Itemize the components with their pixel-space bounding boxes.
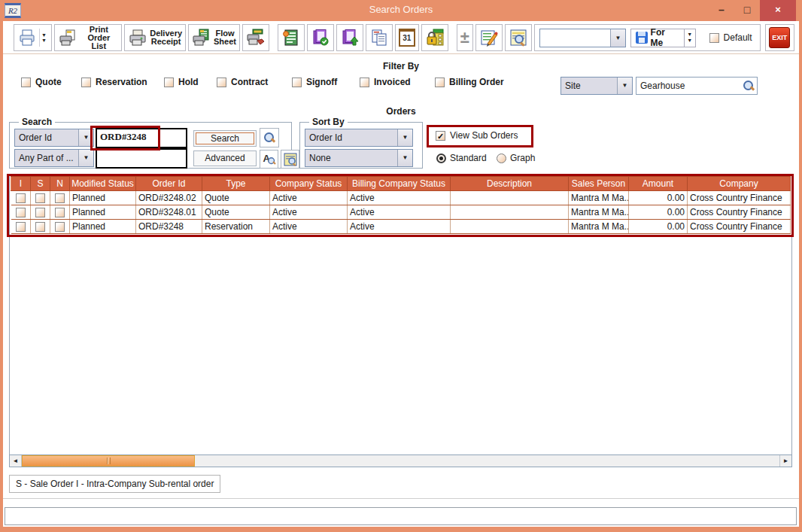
row2-n-cell[interactable] — [50, 205, 70, 220]
search-value2-input[interactable] — [96, 148, 187, 169]
for-me-spinner[interactable]: ▼ ▼ — [685, 29, 696, 47]
sort-combo-1[interactable]: Order Id ▼ — [305, 129, 413, 147]
standard-radio[interactable] — [436, 154, 446, 163]
col-sales-person[interactable]: Sales Person — [569, 177, 629, 191]
search-field2-combo-arrow-icon[interactable]: ▼ — [78, 150, 93, 166]
table-row[interactable]: Planned ORD#3248 Reservation Active Acti… — [11, 220, 791, 234]
order-upload-button[interactable] — [336, 24, 363, 51]
row3-i-cell[interactable] — [11, 220, 31, 234]
row3-s-cell[interactable] — [31, 220, 50, 234]
table-row[interactable]: Planned ORD#3248.02 Quote Active Active … — [11, 191, 791, 205]
filter-signoff[interactable]: Signoff — [292, 77, 337, 87]
spinner-up-icon[interactable]: ▼ — [687, 32, 692, 38]
scroll-left-arrow-icon[interactable]: ◄ — [10, 455, 22, 467]
col-billing-company-status[interactable]: Billing Company Status — [348, 177, 451, 191]
filter-hold[interactable]: Hold — [164, 77, 199, 87]
contract-checkbox[interactable] — [217, 78, 226, 87]
col-order-id[interactable]: Order Id — [136, 177, 202, 191]
site-search-field[interactable]: Gearhouse — [636, 77, 758, 95]
view-sub-orders[interactable]: ✓ View Sub Orders — [436, 130, 518, 141]
exit-button[interactable]: EXIT — [769, 27, 790, 48]
spinner-down-icon[interactable]: ▼ — [687, 38, 692, 44]
default-checkbox-box[interactable] — [709, 33, 719, 43]
filter-reservation[interactable]: Reservation — [81, 77, 147, 87]
flow-sheet-button[interactable]: FlowSheet — [188, 24, 240, 51]
scroll-right-arrow-icon[interactable]: ► — [779, 455, 791, 467]
search-value-input[interactable]: ORD#3248 — [96, 128, 187, 148]
advanced-button[interactable]: Advanced — [193, 150, 257, 166]
col-type[interactable]: Type — [202, 177, 270, 191]
search-field1-combo-arrow-icon[interactable]: ▼ — [78, 129, 93, 146]
delivery-receipt-button[interactable]: DeliveryReceipt — [124, 24, 186, 51]
row1-n-checkbox[interactable] — [55, 193, 65, 203]
advanced-find-button[interactable]: A — [260, 150, 278, 169]
filter-billing-order[interactable]: Billing Order — [435, 77, 504, 87]
calendar-button[interactable]: 31 — [395, 24, 419, 51]
graph-radio-item[interactable]: Graph — [497, 153, 535, 163]
sort-combo-1-arrow-icon[interactable]: ▼ — [397, 129, 412, 146]
search-report-button[interactable] — [281, 150, 299, 169]
row3-n-checkbox[interactable] — [55, 222, 65, 232]
row1-s-cell[interactable] — [31, 191, 50, 205]
row3-i-checkbox[interactable] — [16, 222, 26, 232]
col-modified-status[interactable]: Modified Status — [70, 177, 136, 191]
profile-combo-arrow-icon[interactable]: ▼ — [610, 29, 625, 47]
col-company[interactable]: Company — [688, 177, 791, 191]
sort-combo-2-arrow-icon[interactable]: ▼ — [397, 150, 412, 166]
col-n[interactable]: N — [50, 177, 70, 191]
row1-n-cell[interactable] — [50, 191, 70, 205]
print-split-arrows-icon[interactable]: ▼▼ — [39, 29, 48, 47]
hold-checkbox[interactable] — [164, 78, 174, 87]
row2-n-checkbox[interactable] — [55, 208, 65, 217]
row3-s-checkbox[interactable] — [35, 222, 45, 232]
row2-i-cell[interactable] — [11, 205, 31, 220]
graph-radio[interactable] — [497, 154, 506, 163]
search-field1-combo[interactable]: Order Id ▼ — [14, 129, 94, 147]
default-checkbox[interactable]: Default — [709, 32, 752, 43]
col-s[interactable]: S — [31, 177, 50, 191]
site-combo[interactable]: Site ▼ — [560, 77, 633, 95]
new-order-button[interactable] — [278, 24, 305, 51]
filter-quote[interactable]: Quote — [21, 77, 62, 87]
col-i[interactable]: I — [11, 177, 31, 191]
site-combo-arrow-icon[interactable]: ▼ — [617, 78, 632, 94]
search-magnifier-button[interactable] — [260, 128, 279, 147]
view-sub-orders-checkbox[interactable]: ✓ — [436, 131, 445, 141]
invoiced-checkbox[interactable] — [360, 78, 369, 87]
adjust-button[interactable]: ± — [457, 24, 473, 51]
row1-i-cell[interactable] — [11, 191, 31, 205]
row1-i-checkbox[interactable] — [16, 193, 26, 203]
col-amount[interactable]: Amount — [629, 177, 688, 191]
edit-order-button[interactable] — [475, 24, 503, 51]
print-order-list-button[interactable]: PrintOrder List — [54, 24, 122, 51]
order-confirm-button[interactable] — [307, 24, 334, 51]
search-field2-combo[interactable]: Any Part of ... ▼ — [14, 149, 94, 167]
filter-contract[interactable]: Contract — [217, 77, 268, 87]
billing-order-checkbox[interactable] — [435, 78, 445, 87]
sort-combo-2[interactable]: None ▼ — [305, 149, 413, 167]
maximize-button[interactable]: □ — [736, 0, 758, 21]
profile-combo[interactable]: ▼ — [539, 29, 626, 47]
row2-s-cell[interactable] — [31, 205, 50, 220]
row2-i-checkbox[interactable] — [16, 208, 26, 217]
row3-n-cell[interactable] — [50, 220, 70, 234]
scrollbar-track[interactable] — [22, 455, 779, 467]
view-order-button[interactable] — [505, 24, 532, 51]
col-company-status[interactable]: Company Status — [270, 177, 348, 191]
table-row[interactable]: Planned ORD#3248.01 Quote Active Active … — [11, 205, 791, 220]
minimize-button[interactable]: – — [710, 0, 733, 21]
scrollbar-thumb[interactable] — [22, 455, 195, 467]
row1-s-checkbox[interactable] — [35, 193, 45, 203]
reservation-checkbox[interactable] — [81, 78, 91, 87]
row2-s-checkbox[interactable] — [35, 208, 45, 217]
standard-radio-item[interactable]: Standard — [436, 153, 487, 163]
filter-invoiced[interactable]: Invoiced — [360, 77, 411, 87]
security-button[interactable] — [421, 24, 448, 51]
horizontal-scrollbar[interactable]: ◄ ► — [9, 454, 792, 467]
search-button[interactable]: Search — [193, 130, 257, 147]
for-me-button[interactable]: For Me — [630, 29, 685, 47]
quote-checkbox[interactable] — [21, 78, 31, 87]
col-description[interactable]: Description — [451, 177, 569, 191]
site-search-magnifier-icon[interactable] — [743, 80, 755, 92]
print-button[interactable]: ▼▼ — [14, 24, 52, 51]
